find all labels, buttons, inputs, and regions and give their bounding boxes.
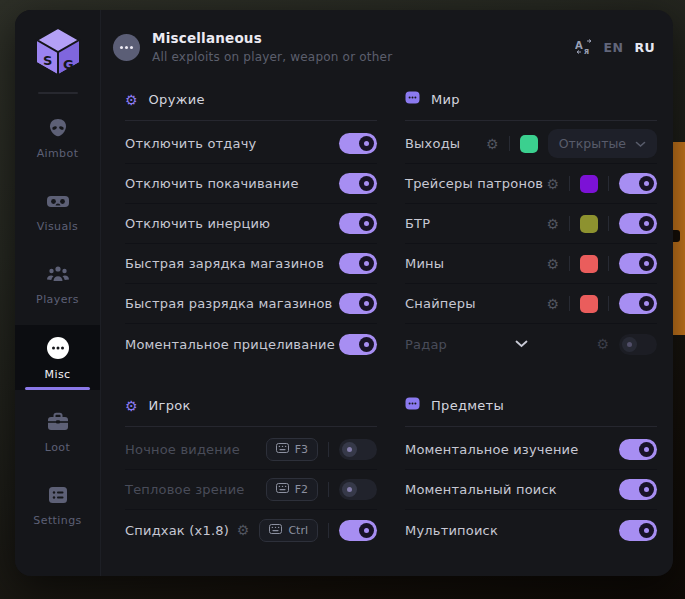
- hotkey-label: F3: [295, 443, 308, 456]
- vr-goggles-icon: [45, 189, 71, 213]
- toggle-switch[interactable]: [619, 213, 657, 234]
- svg-text:G: G: [63, 57, 74, 72]
- hotkey-badge[interactable]: Ctrl: [259, 519, 318, 542]
- divider: [608, 296, 609, 311]
- section-title: Оружие: [149, 92, 205, 107]
- divider: [608, 176, 609, 191]
- feature-row: Радар⚙: [405, 324, 657, 364]
- section-header: Мир: [405, 82, 657, 120]
- keyboard-icon: [276, 443, 289, 456]
- feature-row: Моментальное прицеливание: [125, 324, 377, 364]
- toggle-switch[interactable]: [339, 253, 377, 274]
- feature-row: Мультипоиск: [405, 510, 657, 550]
- content: ⚙ Оружие Отключить отдачуОтключить покач…: [101, 76, 673, 576]
- feature-row: Тепловое зрение F2: [125, 470, 377, 510]
- feature-label: Мультипоиск: [405, 523, 498, 538]
- toggle-switch[interactable]: [619, 253, 657, 274]
- feature-label: БТР: [405, 216, 430, 231]
- toggle-switch[interactable]: [619, 293, 657, 314]
- sidebar-item-loot[interactable]: Loot: [15, 400, 100, 463]
- svg-text:я: я: [584, 47, 589, 55]
- hotkey-label: Ctrl: [288, 524, 308, 537]
- sidebar-item-settings[interactable]: Settings: [15, 473, 100, 536]
- gear-icon[interactable]: ⚙: [546, 257, 559, 271]
- chevron-down-icon: [635, 136, 646, 151]
- gear-icon[interactable]: ⚙: [596, 337, 609, 351]
- lang-en-button[interactable]: EN: [604, 40, 624, 55]
- feature-row: Трейсеры патронов⚙: [405, 164, 657, 204]
- divider: [509, 136, 510, 151]
- feature-row: Ночное видение F3: [125, 430, 377, 470]
- feature-label: Мины: [405, 256, 444, 271]
- feature-label: Быстрая зарядка магазинов: [125, 256, 324, 271]
- gear-icon: ⚙: [125, 396, 138, 415]
- color-swatch[interactable]: [580, 255, 598, 273]
- divider: [569, 216, 570, 231]
- section-title: Игрок: [149, 398, 191, 413]
- feature-label: Радар: [405, 337, 447, 352]
- gear-icon[interactable]: ⚙: [546, 297, 559, 311]
- sg-cube-logo: S G: [34, 26, 82, 76]
- dots-icon: [405, 90, 420, 109]
- color-swatch[interactable]: [580, 295, 598, 313]
- feature-row: Моментальный поиск: [405, 470, 657, 510]
- toggle-switch[interactable]: [619, 439, 657, 460]
- feature-label: Быстрая разрядка магазинов: [125, 296, 332, 311]
- gear-icon[interactable]: ⚙: [237, 523, 250, 537]
- sidebar-item-misc[interactable]: Misc: [15, 325, 100, 390]
- toggle-switch[interactable]: [339, 479, 377, 500]
- divider: [405, 426, 657, 427]
- briefcase-icon: [45, 410, 71, 434]
- toggle-switch[interactable]: [339, 520, 377, 541]
- ellipsis-circle-icon: [45, 335, 71, 361]
- gear-icon[interactable]: ⚙: [486, 137, 499, 151]
- gear-icon[interactable]: ⚙: [546, 217, 559, 231]
- divider: [125, 426, 377, 427]
- toggle-switch[interactable]: [339, 334, 377, 355]
- feature-label: Моментальный поиск: [405, 482, 557, 497]
- feature-label: Спидхак (x1.8): [125, 523, 229, 538]
- sidebar-item-aimbot[interactable]: Aimbot: [15, 106, 100, 169]
- toggle-switch[interactable]: [339, 293, 377, 314]
- feature-label: Моментальное прицеливание: [125, 337, 335, 352]
- sidebar-item-visuals[interactable]: Visuals: [15, 179, 100, 242]
- toggle-switch[interactable]: [619, 173, 657, 194]
- gear-icon[interactable]: ⚙: [546, 177, 559, 191]
- toggle-switch[interactable]: [339, 133, 377, 154]
- color-swatch[interactable]: [580, 215, 598, 233]
- divider: [608, 256, 609, 271]
- hotkey-badge[interactable]: F2: [266, 478, 318, 501]
- list-icon: [46, 483, 70, 507]
- toggle-switch[interactable]: [619, 520, 657, 541]
- section: Предметы Моментальное изучениеМоментальн…: [405, 388, 657, 550]
- toggle-switch[interactable]: [619, 479, 657, 500]
- color-swatch[interactable]: [520, 135, 538, 153]
- feature-label: Выходы: [405, 136, 460, 151]
- toggle-switch[interactable]: [339, 173, 377, 194]
- divider: [328, 442, 329, 457]
- sidebar-nav: Aimbot Visuals Players Misc Loot Setting…: [15, 96, 100, 536]
- section-title: Предметы: [431, 398, 504, 413]
- feature-row: Быстрая разрядка магазинов: [125, 284, 377, 324]
- sidebar: S G Aimbot Visuals Players Misc Loot Set…: [15, 10, 101, 576]
- section-header: ⚙ Оружие: [125, 82, 377, 120]
- hotkey-badge[interactable]: F3: [266, 438, 318, 461]
- section: ⚙ Игрок Ночное видение F3 Тепловое зрени…: [125, 388, 377, 550]
- color-swatch[interactable]: [580, 175, 598, 193]
- select-dropdown[interactable]: Открытые: [548, 129, 657, 158]
- toggle-switch[interactable]: [619, 334, 657, 355]
- chevron-down-icon[interactable]: [515, 340, 528, 348]
- translate-icon: A я: [575, 39, 593, 55]
- lang-ru-button[interactable]: RU: [634, 40, 655, 55]
- toggle-switch[interactable]: [339, 439, 377, 460]
- ellipsis-circle-icon: [113, 34, 140, 61]
- sidebar-item-label: Settings: [33, 514, 81, 527]
- hotkey-label: F2: [295, 483, 308, 496]
- feature-label: Отключить отдачу: [125, 136, 256, 151]
- toggle-switch[interactable]: [339, 213, 377, 234]
- svg-text:S: S: [43, 53, 52, 68]
- sidebar-item-label: Loot: [45, 441, 70, 454]
- feature-label: Ночное видение: [125, 442, 240, 457]
- sidebar-item-players[interactable]: Players: [15, 252, 100, 315]
- gear-icon: ⚙: [125, 90, 138, 109]
